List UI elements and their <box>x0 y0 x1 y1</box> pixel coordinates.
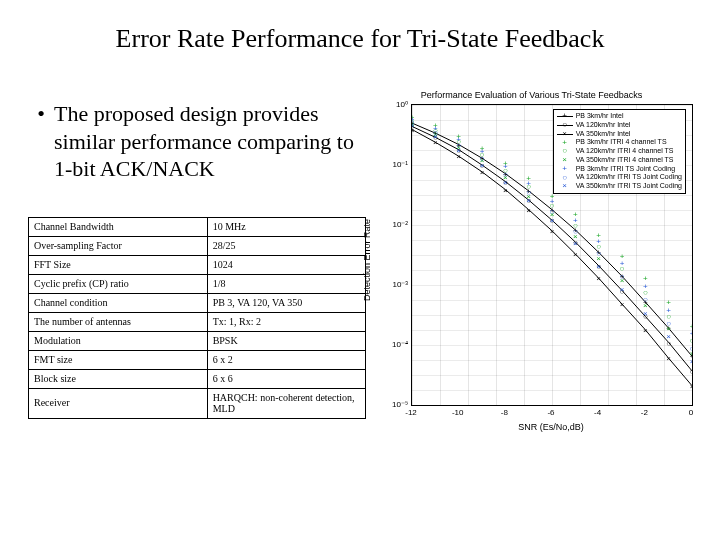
svg-text:○: ○ <box>690 344 692 353</box>
param-key: The number of antennas <box>29 312 208 331</box>
param-value: 28/25 <box>207 236 365 255</box>
param-key: FMT size <box>29 350 208 369</box>
svg-text:×: × <box>433 132 438 141</box>
chart-legend: +PB 3km/hr Intel○VA 120km/hr Intel×VA 35… <box>553 109 686 194</box>
table-row: ReceiverHARQCH: non-coherent detection, … <box>29 388 366 418</box>
legend-label: VA 120km/hr ITRI 4 channel TS <box>576 147 674 156</box>
param-key: Over-sampling Factor <box>29 236 208 255</box>
svg-text:×: × <box>550 216 555 225</box>
x-tick: -8 <box>501 408 508 417</box>
y-tick: 10⁰ <box>396 100 408 109</box>
table-row: Channel conditionPB 3, VA 120, VA 350 <box>29 293 366 312</box>
table-row: ModulationBPSK <box>29 331 366 350</box>
table-row: Cyclic prefix (CP) ratio1/8 <box>29 274 366 293</box>
plot-area: +++++++++++++○○○○○○○○○○○○○×××××××××××××+… <box>411 104 693 406</box>
x-axis-label: SNR (Es/No,dB) <box>411 422 691 432</box>
y-tick: 10⁻⁵ <box>392 400 408 409</box>
legend-entry: +PB 3km/hr ITRI TS Joint Coding <box>557 165 682 174</box>
svg-text:×: × <box>526 206 531 215</box>
x-tick: -6 <box>547 408 554 417</box>
svg-text:×: × <box>643 309 648 318</box>
legend-label: PB 3km/hr Intel <box>576 112 624 121</box>
svg-text:×: × <box>643 326 648 335</box>
chart-title: Performance Evaluation of Various Tri-St… <box>371 90 692 100</box>
svg-text:×: × <box>666 354 671 363</box>
svg-text:×: × <box>503 178 508 187</box>
param-key: Cyclic prefix (CP) ratio <box>29 274 208 293</box>
table-row: Channel Bandwidth10 MHz <box>29 217 366 236</box>
svg-text:×: × <box>412 121 415 130</box>
page-title: Error Rate Performance for Tri-State Fee… <box>28 24 692 54</box>
param-value: HARQCH: non-coherent detection, MLD <box>207 388 365 418</box>
legend-label: VA 350km/hr ITRI 4 channel TS <box>576 156 674 165</box>
svg-text:×: × <box>480 161 485 170</box>
svg-text:○: ○ <box>620 272 625 281</box>
table-row: Block size6 x 6 <box>29 369 366 388</box>
x-tick: -10 <box>452 408 464 417</box>
param-key: Block size <box>29 369 208 388</box>
svg-text:×: × <box>526 196 531 205</box>
table-row: Over-sampling Factor28/25 <box>29 236 366 255</box>
svg-text:○: ○ <box>550 207 555 216</box>
param-key: Modulation <box>29 331 208 350</box>
param-value: 1024 <box>207 255 365 274</box>
param-value: Tx: 1, Rx: 2 <box>207 312 365 331</box>
svg-text:×: × <box>503 186 508 195</box>
legend-label: VA 350km/hr Intel <box>576 130 631 139</box>
svg-text:○: ○ <box>643 295 648 304</box>
legend-entry: ○VA 120km/hr ITRI 4 channel TS <box>557 147 682 156</box>
legend-entry: ×VA 350km/hr ITRI 4 channel TS <box>557 156 682 165</box>
y-tick: 10⁻³ <box>392 280 408 289</box>
table-row: The number of antennasTx: 1, Rx: 2 <box>29 312 366 331</box>
bullet-item: • The proposed design provides similar p… <box>28 100 363 183</box>
x-tick: -2 <box>641 408 648 417</box>
slide: Error Rate Performance for Tri-State Fee… <box>0 0 720 540</box>
bullet-text: The proposed design provides similar per… <box>54 100 363 183</box>
svg-text:+: + <box>596 237 601 246</box>
svg-text:+: + <box>620 259 625 268</box>
svg-text:+: + <box>666 306 671 315</box>
legend-entry: +PB 3km/hr Intel <box>557 112 682 121</box>
x-tick: -4 <box>594 408 601 417</box>
param-value: 1/8 <box>207 274 365 293</box>
svg-text:×: × <box>666 332 671 341</box>
svg-text:×: × <box>596 274 601 283</box>
svg-text:○: ○ <box>690 367 692 376</box>
param-key: FFT Size <box>29 255 208 274</box>
param-value: 6 x 2 <box>207 350 365 369</box>
y-axis-label: Detection Error Rate <box>362 219 372 301</box>
svg-text:○: ○ <box>596 249 601 258</box>
y-tick: 10⁻¹ <box>392 160 408 169</box>
legend-marker-icon: × <box>562 182 567 190</box>
param-key: Channel Bandwidth <box>29 217 208 236</box>
svg-text:○: ○ <box>666 319 671 328</box>
svg-text:×: × <box>573 239 578 248</box>
legend-swatch: × <box>557 182 573 190</box>
y-tick: 10⁻² <box>392 220 408 229</box>
table-row: FMT size6 x 2 <box>29 350 366 369</box>
svg-text:×: × <box>620 300 625 309</box>
svg-text:○: ○ <box>573 227 578 236</box>
svg-text:×: × <box>550 227 555 236</box>
legend-label: PB 3km/hr ITRI 4 channel TS <box>576 138 667 147</box>
param-value: PB 3, VA 120, VA 350 <box>207 293 365 312</box>
bullet-dot: • <box>28 100 54 183</box>
svg-text:+: + <box>550 197 555 206</box>
parameter-table: Channel Bandwidth10 MHzOver-sampling Fac… <box>28 217 366 419</box>
legend-entry: ×VA 350km/hr Intel <box>557 130 682 139</box>
param-key: Receiver <box>29 388 208 418</box>
legend-label: VA 120km/hr ITRI TS Joint Coding <box>576 173 682 182</box>
svg-text:×: × <box>596 262 601 271</box>
svg-text:+: + <box>690 329 692 338</box>
svg-text:+: + <box>573 216 578 225</box>
legend-entry: ○VA 120km/hr ITRI TS Joint Coding <box>557 173 682 182</box>
legend-label: PB 3km/hr ITRI TS Joint Coding <box>576 165 675 174</box>
param-value: 6 x 6 <box>207 369 365 388</box>
content-row: • The proposed design provides similar p… <box>28 100 692 430</box>
x-tick: -12 <box>405 408 417 417</box>
legend-entry: ○VA 120km/hr Intel <box>557 121 682 130</box>
param-value: BPSK <box>207 331 365 350</box>
svg-text:×: × <box>620 285 625 294</box>
svg-text:×: × <box>690 357 692 366</box>
table-row: FFT Size1024 <box>29 255 366 274</box>
